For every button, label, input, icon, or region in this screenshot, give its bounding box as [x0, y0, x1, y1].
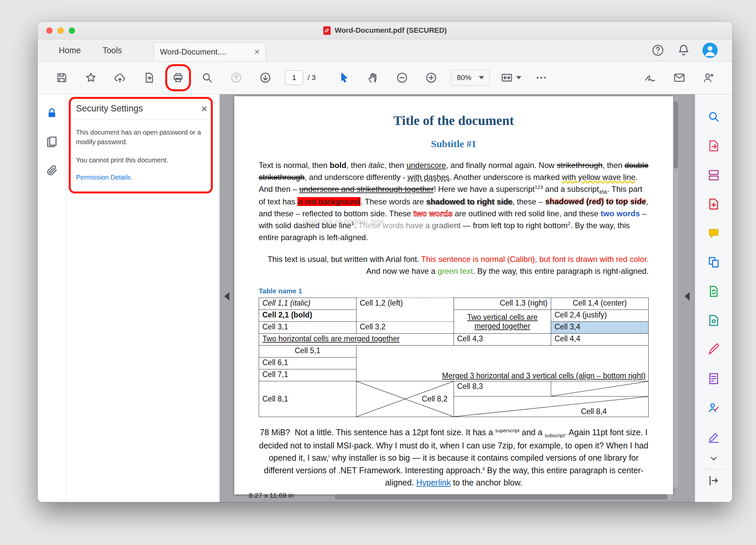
- avatar[interactable]: [702, 43, 718, 58]
- zoom-out-button[interactable]: [393, 68, 411, 87]
- chevron-down-icon: [479, 76, 484, 79]
- zoom-in-button[interactable]: [422, 68, 440, 87]
- more-tools-chevron[interactable]: [695, 451, 732, 465]
- more-tools-button[interactable]: [532, 68, 550, 87]
- chevron-down-icon: [708, 452, 720, 464]
- table-cell: Cell 8,3: [454, 381, 551, 397]
- close-button[interactable]: [46, 27, 53, 34]
- add-people-button[interactable]: [699, 68, 718, 87]
- tab-document[interactable]: Word-Document.... ×: [154, 42, 266, 61]
- table-cell: Cell 1,1 (italic): [259, 298, 357, 310]
- cloud-upload-button[interactable]: [111, 68, 129, 87]
- page-down-button[interactable]: [256, 68, 275, 87]
- protect-pdf-button[interactable]: [695, 306, 732, 335]
- reflected-text: reflected to bottom sidereflected to bot…: [302, 208, 385, 219]
- export-pdf-icon: [707, 139, 720, 152]
- page-up-button[interactable]: [227, 68, 246, 87]
- blue-outlined-text: two words: [601, 209, 640, 218]
- share-page-button[interactable]: [140, 68, 158, 87]
- more-tools-icon: [535, 71, 548, 84]
- content-area: Security Settings × This document has an…: [38, 94, 732, 502]
- hyperlink[interactable]: Hyperlink: [416, 478, 451, 487]
- table-cell: Cell 2,1 (bold): [259, 310, 357, 322]
- page-number-input[interactable]: 1: [285, 70, 303, 85]
- text-run: . These words are: [360, 197, 426, 206]
- horizontal-scrollbar-thumb[interactable]: [334, 494, 668, 499]
- organize-pages-button[interactable]: [695, 160, 732, 189]
- bold-text: bold: [330, 161, 347, 170]
- zoom-level-dropdown[interactable]: 80%: [451, 70, 489, 86]
- open-pane-button[interactable]: [695, 474, 732, 487]
- search-tools-button[interactable]: [695, 102, 732, 131]
- email-button[interactable]: [670, 68, 689, 87]
- security-pane-button[interactable]: [45, 107, 58, 120]
- document-table: Cell 1,1 (italic) Cell 1,2 (left) Cell 1…: [259, 298, 649, 417]
- table-cell: Cell 5,1: [259, 346, 357, 358]
- zoom-in-icon: [425, 71, 437, 84]
- prepare-form-button[interactable]: [695, 364, 732, 393]
- star-button[interactable]: [82, 68, 100, 87]
- text-run: are outlined with red solid line, and th…: [453, 209, 601, 218]
- tab-tools[interactable]: Tools: [103, 46, 122, 55]
- vertical-scrollbar[interactable]: [673, 97, 678, 488]
- vertical-scrollbar-thumb[interactable]: [674, 101, 678, 169]
- fill-sign-button[interactable]: [695, 335, 732, 364]
- fill-sign-icon: [707, 343, 720, 356]
- collapse-left-pane-arrow[interactable]: [224, 292, 229, 301]
- tab-document-label: Word-Document....: [160, 47, 226, 57]
- save-icon: [56, 71, 68, 84]
- tab-home[interactable]: Home: [59, 46, 81, 55]
- close-icon[interactable]: ×: [199, 103, 209, 114]
- text-run: , and underscore differently -: [305, 173, 408, 181]
- tab-close-icon[interactable]: ×: [254, 47, 260, 57]
- horizontal-scrollbar[interactable]: [334, 494, 673, 500]
- underlined-text: underscore: [406, 161, 446, 170]
- hand-tool-button[interactable]: [364, 68, 382, 87]
- collapse-right-pane-arrow[interactable]: [685, 292, 690, 301]
- save-button[interactable]: [53, 68, 71, 87]
- right-aligned-paragraph: This text is usual, but written with Ari…: [259, 253, 649, 277]
- table-cell-diagonal: Cell 8,4: [454, 397, 649, 417]
- app-window: Word-Document.pdf (SECURED) Home Tools W…: [38, 22, 732, 502]
- attachments-button[interactable]: [45, 164, 58, 177]
- zoom-button[interactable]: [69, 27, 75, 34]
- help-button[interactable]: [651, 43, 665, 57]
- text-run: — from left top to right bottom: [461, 221, 568, 230]
- print-icon: [172, 71, 184, 84]
- table-cell-merged-vertical: Two vertical cells are merged together: [454, 310, 551, 334]
- redact-button[interactable]: [695, 422, 732, 451]
- document-title: Title of the document: [259, 113, 649, 128]
- text-run: , and finally normal again. Now: [446, 161, 557, 170]
- minimize-button[interactable]: [57, 27, 64, 34]
- create-pdf-button[interactable]: [695, 189, 732, 218]
- select-tool-button[interactable]: [335, 68, 353, 87]
- export-pdf-button[interactable]: [695, 131, 732, 160]
- scan-ocr-button[interactable]: [695, 277, 732, 306]
- comment-button[interactable]: [695, 218, 732, 248]
- red-background-text: a red background: [297, 197, 360, 206]
- page-up-icon: [230, 71, 243, 84]
- text-run: . These: [385, 209, 413, 218]
- table-cell-text: Cell 8,2: [360, 395, 450, 404]
- underline-strikethrough-text: underscore and strikethrough together: [299, 184, 434, 193]
- request-signatures-icon: [707, 401, 720, 414]
- email-icon: [673, 71, 686, 84]
- left-nav-iconbar: [38, 94, 66, 502]
- page-thumbnails-button[interactable]: [45, 135, 58, 148]
- table-cell: Cell 4,3: [454, 334, 551, 346]
- notifications-button[interactable]: [677, 43, 691, 57]
- combine-files-button[interactable]: [695, 248, 732, 277]
- green-color-text: green text: [437, 266, 473, 276]
- table-cell: Cell 4,4: [551, 334, 649, 346]
- titlebar: Word-Document.pdf (SECURED): [38, 22, 732, 39]
- sign-button[interactable]: [641, 68, 660, 87]
- marquee-zoom-button[interactable]: [198, 68, 216, 87]
- fit-width-dropdown[interactable]: [500, 71, 521, 84]
- divider: [75, 119, 211, 120]
- marquee-zoom-icon: [201, 71, 213, 84]
- page-down-icon: [259, 71, 272, 84]
- print-button[interactable]: [169, 68, 187, 87]
- permission-details-link[interactable]: Permission Details: [76, 174, 131, 181]
- pdf-file-icon: [323, 26, 331, 35]
- request-signatures-button[interactable]: [695, 393, 732, 422]
